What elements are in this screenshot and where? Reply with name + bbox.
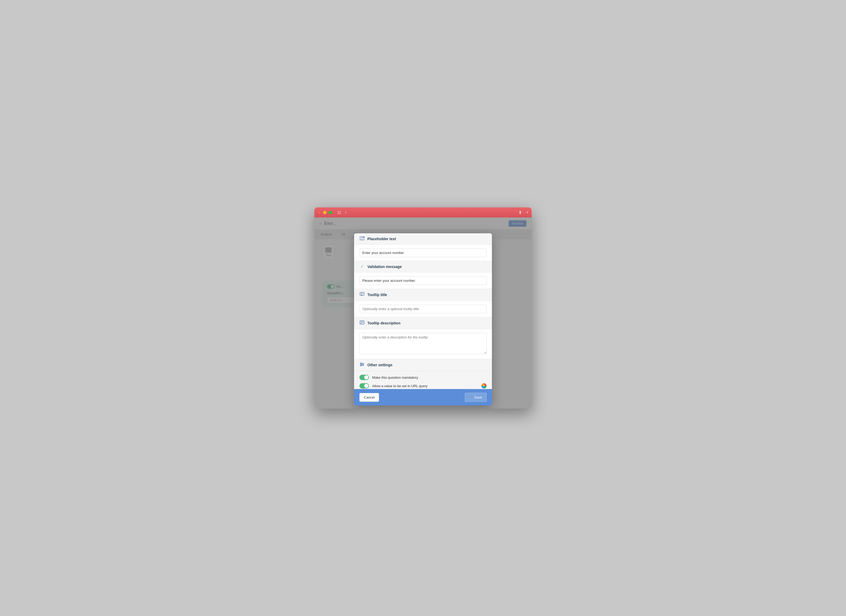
svg-point-16 [363, 364, 363, 365]
other-settings-content: Make this question mandatory Allow a val… [354, 371, 492, 389]
share-icon[interactable]: ⬆ [518, 210, 522, 215]
mac-window: ⊡ ‹ ⬆ + ‹ Encr... Preview Analyse All Te… [314, 207, 532, 409]
placeholder-icon [359, 236, 365, 241]
validation-message-header: ✓ Validation message [354, 261, 492, 273]
validation-message-section: ✓ Validation message [354, 261, 492, 289]
mandatory-toggle-row: Make this question mandatory [359, 375, 487, 380]
modal-body: Placeholder text ✓ Validation message [354, 233, 492, 389]
validation-message-title: Validation message [367, 265, 402, 269]
validation-message-input[interactable] [359, 276, 487, 285]
url-query-toggle-row: Allow a value to be set in URL query ? [359, 383, 487, 389]
app-content: ‹ Encr... Preview Analyse All Text Text … [314, 217, 532, 409]
minimize-button[interactable] [323, 211, 327, 214]
back-nav-icon[interactable]: ‹ [345, 210, 346, 215]
save-label: Save [474, 395, 482, 399]
tooltip-description-section: Tooltip description [354, 317, 492, 359]
other-settings-section: Other settings Make this question mandat… [354, 359, 492, 389]
title-bar-right: ⬆ + [518, 210, 528, 215]
tooltip-title-section: Tooltip title [354, 289, 492, 317]
svg-rect-6 [360, 292, 364, 295]
svg-point-14 [360, 363, 362, 364]
sidebar-icon[interactable]: ⊡ [337, 210, 341, 215]
mandatory-label: Make this question mandatory [372, 375, 418, 380]
url-query-label: Allow a value to be set in URL query [372, 384, 478, 388]
placeholder-text-section: Placeholder text [354, 233, 492, 261]
validation-message-content [354, 273, 492, 289]
tooltip-title-input[interactable] [359, 305, 487, 313]
tooltip-title-icon [359, 292, 365, 298]
save-checkmark-icon: ✓ [469, 395, 472, 399]
validation-icon: ✓ [359, 264, 365, 269]
maximize-button[interactable] [329, 211, 332, 214]
close-button[interactable] [318, 211, 321, 214]
other-settings-title: Other settings [367, 363, 393, 367]
other-settings-header: Other settings [354, 359, 492, 371]
help-icon[interactable]: ? [481, 383, 487, 389]
save-button[interactable]: ✓ Save [465, 393, 487, 402]
modal-footer: Cancel ✓ Save [354, 389, 492, 405]
svg-point-15 [360, 365, 362, 366]
tooltip-title-header: Tooltip title [354, 289, 492, 301]
placeholder-text-content [354, 245, 492, 261]
tooltip-title-label: Tooltip title [367, 293, 387, 297]
tooltip-title-content [354, 301, 492, 317]
tooltip-description-icon [359, 320, 365, 326]
tooltip-description-title: Tooltip description [367, 321, 400, 325]
placeholder-text-input[interactable] [359, 248, 487, 257]
modal-dialog: Placeholder text ✓ Validation message [354, 233, 492, 405]
title-bar-icons: ⊡ ‹ [337, 210, 346, 215]
tooltip-description-input[interactable] [359, 333, 487, 354]
tooltip-description-header: Tooltip description [354, 317, 492, 329]
placeholder-text-header: Placeholder text [354, 233, 492, 245]
placeholder-text-title: Placeholder text [367, 237, 396, 241]
url-query-toggle[interactable] [359, 383, 369, 389]
other-settings-icon [359, 362, 365, 368]
svg-marker-7 [361, 295, 363, 296]
cancel-button[interactable]: Cancel [359, 393, 379, 402]
title-bar: ⊡ ‹ ⬆ + [314, 207, 532, 217]
modal-overlay: Placeholder text ✓ Validation message [314, 217, 532, 409]
tooltip-description-content [354, 329, 492, 359]
mandatory-toggle[interactable] [359, 375, 369, 380]
add-icon[interactable]: + [526, 210, 528, 215]
